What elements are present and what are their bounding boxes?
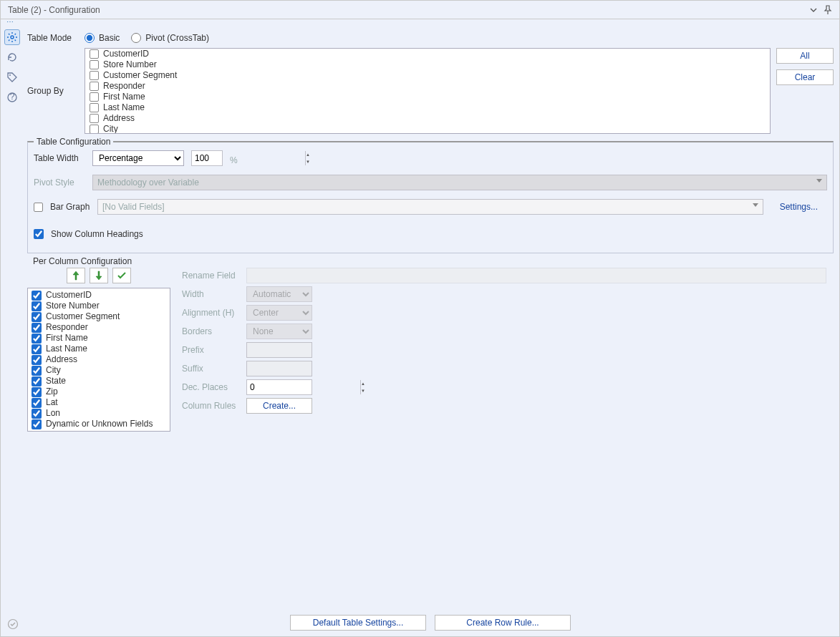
svg-text:?: ? (9, 92, 14, 102)
per-column-item[interactable]: Lat (29, 397, 168, 408)
spinner-buttons[interactable]: ▲▼ (305, 151, 310, 165)
table-config-legend: Table Configuration (34, 137, 113, 147)
dec-places-input[interactable] (247, 380, 360, 394)
checkbox-icon[interactable] (90, 92, 99, 102)
all-button[interactable]: All (776, 48, 834, 64)
group-by-item[interactable]: CustomerID (87, 49, 768, 59)
create-column-rule-button[interactable]: Create... (246, 398, 312, 414)
per-column-checkbox[interactable] (32, 334, 42, 344)
group-by-item[interactable]: Store Number (87, 59, 768, 70)
per-column-checkbox[interactable] (32, 323, 42, 333)
dec-places-spinner[interactable]: ▲▼ (246, 379, 312, 395)
per-column-item[interactable]: State (29, 376, 168, 386)
table-width-spinner[interactable]: ▲▼ (191, 150, 223, 166)
per-column-checkbox[interactable] (32, 387, 42, 397)
refresh-icon[interactable] (4, 49, 20, 65)
table-width-mode-select[interactable]: Percentage (92, 150, 184, 166)
checkbox-icon[interactable] (90, 49, 99, 59)
group-by-item[interactable]: Responder (87, 81, 768, 92)
per-column-item[interactable]: CustomerID (29, 290, 168, 301)
group-by-item-label: CustomerID (103, 49, 149, 59)
width-select: Automatic (246, 286, 312, 302)
spinner-buttons[interactable]: ▲▼ (360, 380, 365, 394)
radio-pivot[interactable] (131, 33, 141, 43)
tag-icon[interactable] (4, 69, 20, 85)
chevron-down-icon (816, 179, 822, 183)
per-column-item[interactable]: Address (29, 354, 168, 365)
show-headings-label: Show Column Headings (51, 229, 143, 239)
table-mode-basic[interactable]: Basic (85, 33, 120, 43)
group-by-item-label: First Name (103, 92, 145, 102)
clear-button[interactable]: Clear (776, 69, 834, 85)
tool-sidebar: ? (1, 26, 23, 636)
checkbox-icon[interactable] (90, 114, 99, 123)
per-column-item[interactable]: Responder (29, 322, 168, 333)
per-column-item[interactable]: Last Name (29, 344, 168, 354)
show-headings-checkbox[interactable] (34, 229, 44, 239)
per-column-checkbox[interactable] (32, 398, 42, 408)
per-column-item[interactable]: City (29, 365, 168, 376)
per-column-item-label: State (46, 376, 66, 386)
prefix-input (246, 342, 312, 358)
per-column-checkbox[interactable] (32, 419, 42, 429)
gear-icon[interactable] (4, 29, 20, 45)
help-icon[interactable]: ? (4, 89, 20, 105)
per-column-listbox[interactable]: CustomerIDStore NumberCustomer SegmentRe… (27, 288, 170, 432)
table-mode-pivot[interactable]: Pivot (CrossTab) (131, 33, 209, 43)
create-row-rule-button[interactable]: Create Row Rule... (435, 615, 571, 631)
table-mode-label: Table Mode (27, 31, 79, 45)
checkbox-icon[interactable] (90, 125, 99, 134)
group-by-listbox[interactable]: CustomerIDStore NumberCustomer SegmentRe… (85, 48, 771, 134)
per-column-item-label: CustomerID (46, 290, 92, 301)
per-column-item-label: Lat (46, 397, 58, 408)
group-by-item[interactable]: City (87, 124, 768, 134)
collapse-icon[interactable] (806, 3, 821, 17)
alignment-select: Center (246, 305, 312, 321)
bar-graph-settings-button[interactable]: Settings... (771, 199, 827, 215)
pin-icon[interactable] (821, 3, 835, 17)
checkbox-icon[interactable] (90, 103, 99, 112)
per-column-checkbox[interactable] (32, 301, 42, 311)
checkbox-icon[interactable] (90, 71, 99, 80)
svg-point-0 (11, 36, 14, 39)
group-by-item-label: Last Name (103, 102, 145, 113)
group-by-item-label: City (103, 124, 118, 134)
default-table-settings-button[interactable]: Default Table Settings... (290, 615, 426, 631)
per-column-checkbox[interactable] (32, 344, 42, 354)
chevron-down-icon (753, 203, 758, 207)
bar-graph-checkbox[interactable] (34, 203, 43, 212)
group-by-item[interactable]: Address (87, 113, 768, 124)
per-column-checkbox[interactable] (32, 355, 42, 365)
per-column-checkbox[interactable] (32, 409, 42, 419)
per-column-checkbox[interactable] (32, 376, 42, 386)
per-column-item-label: City (46, 365, 61, 376)
per-column-item[interactable]: Zip (29, 386, 168, 397)
table-width-value[interactable] (192, 151, 305, 165)
per-column-item-label: Customer Segment (46, 311, 120, 322)
per-column-checkbox[interactable] (32, 291, 42, 301)
status-ok-icon (6, 617, 20, 631)
per-column-item[interactable]: First Name (29, 333, 168, 344)
per-column-item[interactable]: Dynamic or Unknown Fields (29, 419, 168, 429)
radio-basic[interactable] (85, 33, 95, 43)
group-by-item-label: Address (103, 113, 135, 124)
check-all-button[interactable] (112, 268, 131, 283)
move-up-button[interactable] (67, 268, 85, 283)
per-column-checkbox[interactable] (32, 312, 42, 322)
checkbox-icon[interactable] (90, 60, 99, 69)
group-by-item[interactable]: First Name (87, 92, 768, 102)
group-by-item-label: Responder (103, 81, 145, 92)
per-column-fieldset: Per Column Configuration Cus (27, 262, 834, 608)
group-by-item[interactable]: Last Name (87, 102, 768, 113)
per-column-item[interactable]: Customer Segment (29, 311, 168, 322)
per-column-item[interactable]: Store Number (29, 301, 168, 311)
svg-point-1 (9, 74, 11, 76)
per-column-legend: Per Column Configuration (30, 256, 135, 266)
group-by-item[interactable]: Customer Segment (87, 70, 768, 81)
config-content: Table Mode Basic Pivot (CrossTab) Group … (23, 26, 839, 636)
per-column-item[interactable]: Lon (29, 408, 168, 419)
move-down-button[interactable] (90, 268, 108, 283)
checkbox-icon[interactable] (90, 82, 99, 91)
table-config-fieldset: Table Configuration Table Width Percenta… (27, 141, 834, 253)
per-column-checkbox[interactable] (32, 366, 42, 376)
